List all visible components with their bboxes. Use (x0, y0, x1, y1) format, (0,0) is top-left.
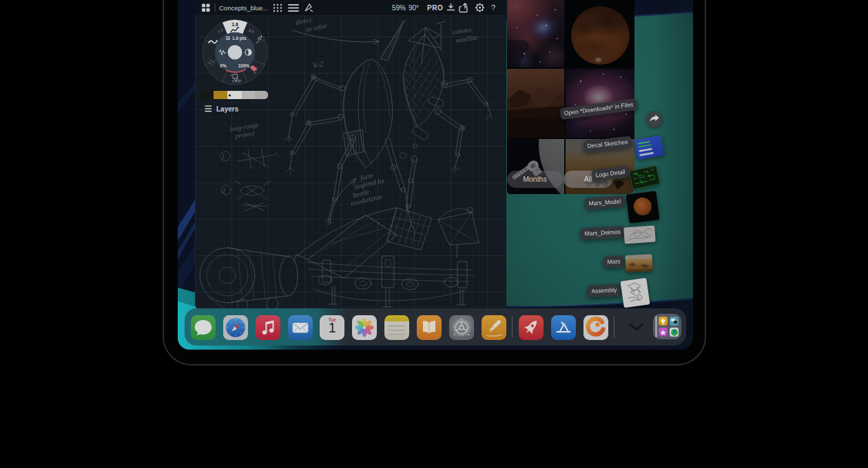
svg-text:satellite: satellite (455, 34, 478, 44)
svg-text:V-2: V-2 (312, 59, 324, 70)
svg-text:1: 1 (222, 154, 225, 160)
svg-text:2: 2 (223, 188, 225, 194)
